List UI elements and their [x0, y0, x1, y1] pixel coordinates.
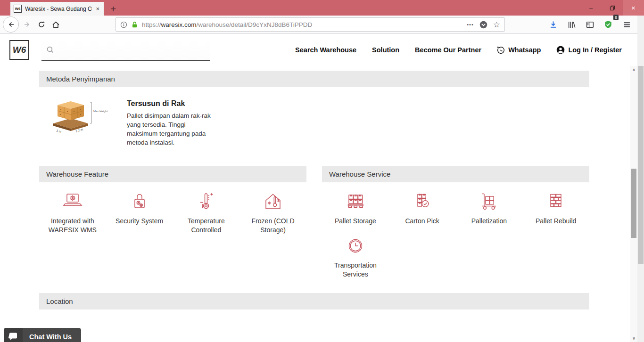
service-label: Pallet Storage	[335, 217, 376, 226]
toolbar-right-icons: 8	[546, 17, 634, 32]
browser-toolbar: https://waresix.com/warehouse/detail/D9c…	[0, 16, 644, 34]
section-warehouse-service-header: Warehouse Service	[322, 166, 589, 182]
home-button[interactable]	[49, 17, 63, 32]
content-scrollbar[interactable]: ∧ ∨	[630, 66, 637, 342]
content-scrollbar-thumb[interactable]	[631, 169, 636, 238]
section-location-header: Location	[39, 293, 589, 309]
nav-become-our-partner[interactable]: Become Our Partner	[415, 46, 481, 54]
feature-frozen: Frozen (COLD Storage)	[239, 190, 306, 235]
nav-search-warehouse[interactable]: Search Warehouse	[295, 46, 356, 54]
nav-label: Solution	[372, 46, 399, 54]
nav-label: Search Warehouse	[295, 46, 356, 54]
feature-service-row: Warehouse Feature Integrated with WARESI…	[39, 166, 589, 279]
warehouse-service-column: Warehouse Service Pallet Storage	[322, 166, 589, 279]
library-button[interactable]	[564, 17, 578, 32]
feature-label: Integrated with WARESIX WMS	[41, 217, 104, 235]
restore-icon	[610, 5, 615, 11]
feature-label: Security System	[116, 217, 163, 226]
section-warehouse-feature-header: Warehouse Feature	[39, 166, 306, 182]
shield-icon	[604, 20, 612, 29]
lock-icon[interactable]	[131, 21, 138, 28]
bookmark-star-icon[interactable]: ☆	[493, 21, 500, 29]
page-info-icon[interactable]	[120, 21, 127, 28]
storage-method-item: Max Height 1 m 1,2 m Tersusun di Rak Pal…	[39, 87, 589, 147]
forward-button[interactable]	[20, 17, 34, 32]
section-title: Metoda Penyimpanan	[46, 75, 115, 83]
feature-wms: Integrated with WARESIX WMS	[39, 190, 106, 235]
browser-tab[interactable]: W6 Waresix - Sewa Gudang Online ×	[10, 2, 104, 16]
section-title: Warehouse Feature	[46, 170, 108, 178]
nav-solution[interactable]: Solution	[372, 46, 399, 54]
chat-with-us-button[interactable]: Chat With Us	[4, 328, 81, 342]
carton-pick-icon	[411, 190, 434, 213]
reload-icon	[38, 21, 45, 28]
service-label: Transportation Services	[324, 261, 387, 279]
nav-login-register[interactable]: Log In / Register	[556, 46, 622, 54]
search-icon	[46, 46, 54, 54]
downloads-button[interactable]	[546, 17, 560, 32]
minimize-button[interactable]: –	[580, 0, 602, 16]
forward-icon	[24, 21, 31, 28]
url-bar[interactable]: https://waresix.com/warehouse/detail/D9c…	[116, 17, 505, 32]
reload-button[interactable]	[34, 17, 49, 32]
main-nav: Search Warehouse Solution Become Our Par…	[295, 46, 622, 54]
url-host: waresix.com	[161, 21, 197, 28]
browser-scrollbar-thumb[interactable]	[638, 66, 644, 264]
restore-button[interactable]	[602, 0, 623, 16]
storage-method-text: Tersusun di Rak Pallet disimpan dalam ra…	[127, 97, 215, 147]
feature-label: Frozen (COLD Storage)	[242, 217, 304, 235]
service-carton-pick: Carton Pick	[389, 190, 456, 233]
content-scrollbar-track[interactable]	[630, 73, 637, 334]
pallet-rack-illustration: Max Height 1 m 1,2 m	[50, 97, 111, 135]
new-tab-button[interactable]: +	[110, 4, 116, 14]
feature-grid: Integrated with WARESIX WMS Security Sys…	[39, 182, 306, 235]
protections-shield-button[interactable]: 8	[601, 17, 615, 32]
scroll-down-icon[interactable]: ∨	[630, 334, 637, 342]
sidebar-icon	[586, 21, 594, 29]
nav-label: Log In / Register	[568, 46, 622, 54]
service-transportation: Transportation Services	[322, 235, 389, 279]
back-icon	[7, 21, 15, 28]
nav-whatsapp[interactable]: Whatsapp	[497, 46, 541, 54]
service-label: Carton Pick	[405, 217, 439, 226]
transportation-clock-icon	[344, 235, 367, 257]
back-button[interactable]	[3, 16, 19, 33]
sidebar-button[interactable]	[583, 17, 597, 32]
site-logo[interactable]: W6	[9, 40, 29, 60]
tab-close-icon[interactable]: ×	[95, 5, 100, 12]
close-button[interactable]: ×	[623, 0, 644, 16]
user-icon	[556, 46, 565, 54]
section-title: Warehouse Service	[329, 170, 390, 178]
section-title: Location	[46, 297, 73, 305]
service-pallet-storage: Pallet Storage	[322, 190, 389, 233]
thermometer-icon	[195, 190, 217, 213]
svg-text:Max Height: Max Height	[93, 110, 108, 113]
urlbar-actions: ••• ☆	[467, 21, 500, 29]
scroll-up-icon[interactable]: ∧	[630, 66, 637, 73]
url-text[interactable]: https://waresix.com/warehouse/detail/D9c…	[142, 21, 463, 28]
feature-security: Security System	[106, 190, 173, 235]
service-grid: Pallet Storage Carton Pick	[322, 182, 589, 279]
shield-badge: 8	[613, 15, 619, 20]
menu-button[interactable]	[619, 17, 634, 32]
chat-label: Chat With Us	[29, 333, 72, 341]
page-actions-icon[interactable]: •••	[467, 22, 474, 27]
search-input[interactable]	[58, 46, 206, 54]
service-pallet-rebuild: Pallet Rebuild	[522, 190, 589, 233]
url-scheme: https://	[142, 21, 161, 28]
service-label: Palletization	[471, 217, 507, 226]
tab-title: Waresix - Sewa Gudang Online	[25, 6, 91, 12]
warehouse-feature-column: Warehouse Feature Integrated with WARESI…	[39, 166, 306, 279]
page-content: Metoda Penyimpanan Max Height 1 m 1,2 m …	[39, 71, 589, 309]
palletization-icon	[478, 190, 500, 213]
service-palletization: Palletization	[456, 190, 523, 233]
pocket-icon[interactable]	[479, 21, 487, 29]
window-controls: – ×	[580, 0, 644, 16]
service-label: Pallet Rebuild	[536, 217, 576, 226]
feature-temperature: Temperature Controlled	[173, 190, 240, 235]
download-icon	[549, 21, 557, 29]
browser-scrollbar[interactable]	[637, 16, 644, 342]
nav-label: Become Our Partner	[415, 46, 481, 54]
url-path: /warehouse/detail/D9cYxNJ8dB6TiPPDD	[197, 21, 313, 28]
search-box[interactable]	[41, 40, 210, 61]
